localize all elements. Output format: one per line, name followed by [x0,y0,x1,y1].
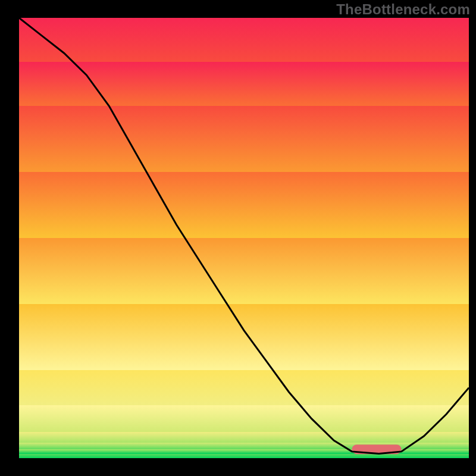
watermark-text: TheBottleneck.com [336,1,470,18]
frame-left [0,0,19,476]
chart-wrapper: TheBottleneck.com [0,0,476,476]
bottleneck-chart [0,0,476,476]
frame-right [469,0,476,476]
plot-background [19,18,469,458]
frame-bottom [0,458,476,476]
